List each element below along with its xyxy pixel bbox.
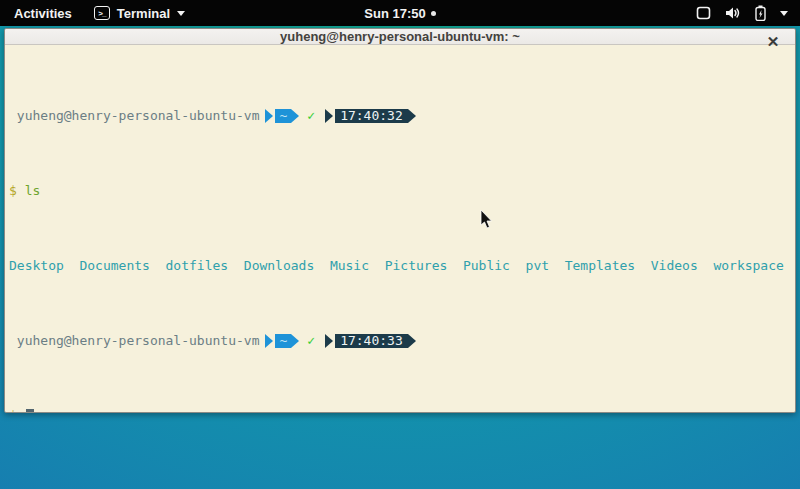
user-host-text xyxy=(9,108,17,123)
window-title: yuheng@henry-personal-ubuntu-vm: ~ xyxy=(280,29,520,44)
powerline-time-segment: 17:40:32 xyxy=(325,109,416,123)
app-menu-label: Terminal xyxy=(117,6,170,21)
time-text: 17:40:33 xyxy=(335,334,408,348)
input-line[interactable]: $ xyxy=(9,408,791,413)
clock-button[interactable]: Sun 17:50 xyxy=(364,6,435,21)
powerline-arrow-icon xyxy=(291,109,299,123)
spacer xyxy=(17,183,25,198)
prompt-line: yuheng@henry-personal-ubuntu-vm ~ ✓ 17:4… xyxy=(9,333,791,348)
status-check-icon: ✓ xyxy=(307,333,315,348)
clock-label: Sun 17:50 xyxy=(364,6,425,21)
status-check-icon: ✓ xyxy=(307,108,315,123)
prompt-symbol: $ xyxy=(9,408,17,413)
command-line: $ ls xyxy=(9,183,791,198)
activities-button[interactable]: Activities xyxy=(10,4,76,23)
window-titlebar[interactable]: yuheng@henry-personal-ubuntu-vm: ~ ✕ xyxy=(5,29,795,45)
chevron-down-icon xyxy=(177,11,185,16)
prompt-line: yuheng@henry-personal-ubuntu-vm ~ ✓ 17:4… xyxy=(9,108,791,123)
powerline-arrow-icon xyxy=(325,109,333,123)
prompt-symbol: $ xyxy=(9,183,17,198)
system-status-area[interactable] xyxy=(696,5,800,21)
cwd-text: ~ xyxy=(275,109,291,123)
app-menu-terminal[interactable]: >_ Terminal xyxy=(94,6,185,21)
close-icon[interactable]: ✕ xyxy=(763,32,783,52)
command-text: ls xyxy=(25,183,41,198)
powerline-arrow-icon xyxy=(291,334,299,348)
powerline-cwd-segment: ~ xyxy=(265,109,299,123)
time-text: 17:40:32 xyxy=(335,109,408,123)
terminal-icon: >_ xyxy=(94,6,110,20)
powerline-arrow-icon xyxy=(408,334,416,348)
powerline-arrow-icon xyxy=(265,109,273,123)
powerline-time-segment: 17:40:33 xyxy=(325,334,416,348)
battery-charging-icon xyxy=(755,5,766,21)
powerline-arrow-icon xyxy=(325,334,333,348)
ls-output: Desktop Documents dotfiles Downloads Mus… xyxy=(9,258,791,273)
user-host-text: yuheng@henry-personal-ubuntu-vm xyxy=(17,108,260,123)
powerline-arrow-icon xyxy=(408,109,416,123)
terminal-content[interactable]: yuheng@henry-personal-ubuntu-vm ~ ✓ 17:4… xyxy=(5,45,795,413)
user-host-text xyxy=(9,333,17,348)
cwd-text: ~ xyxy=(275,334,291,348)
volume-icon xyxy=(725,6,741,20)
gnome-top-bar: Activities >_ Terminal Sun 17:50 xyxy=(0,0,800,26)
text-cursor xyxy=(26,409,34,414)
spacer xyxy=(17,408,25,413)
screen-icon xyxy=(696,6,711,20)
user-host-text: yuheng@henry-personal-ubuntu-vm xyxy=(17,333,260,348)
terminal-window: yuheng@henry-personal-ubuntu-vm: ~ ✕ yuh… xyxy=(4,28,796,413)
powerline-arrow-icon xyxy=(265,334,273,348)
chevron-down-icon xyxy=(780,11,788,16)
notification-dot-icon xyxy=(431,11,436,16)
powerline-cwd-segment: ~ xyxy=(265,334,299,348)
